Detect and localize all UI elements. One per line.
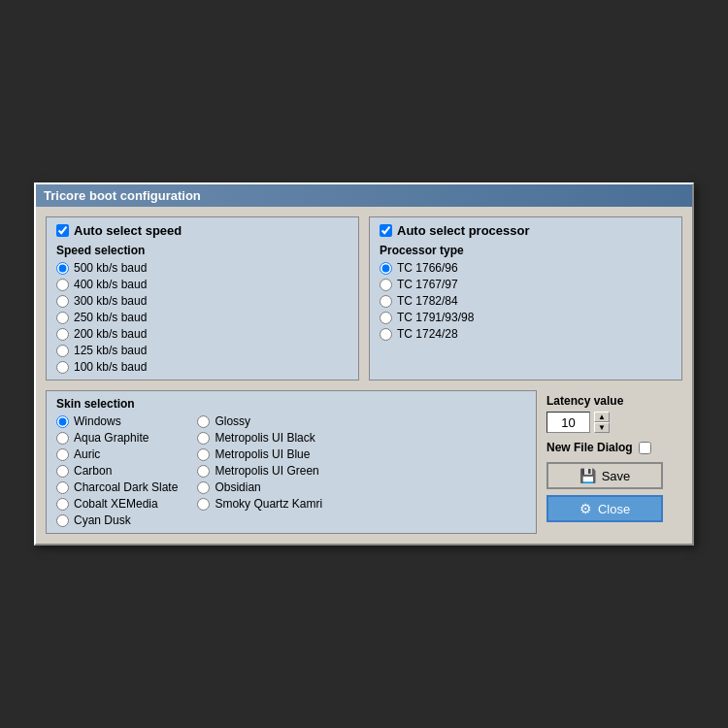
processor-section-label: Processor type bbox=[380, 244, 672, 257]
title-bar: Tricore boot configuration bbox=[36, 184, 692, 207]
proc-option-tc1782[interactable]: TC 1782/84 bbox=[380, 294, 672, 308]
auto-speed-label: Auto select speed bbox=[74, 223, 182, 238]
skin-section-label: Skin selection bbox=[56, 397, 526, 411]
latency-down-button[interactable]: ▼ bbox=[594, 422, 610, 433]
speed-option-125[interactable]: 125 kb/s baud bbox=[56, 344, 348, 357]
skin-col-2: Glossy Metropolis UI Black Metropolis UI… bbox=[197, 414, 322, 527]
speed-option-300[interactable]: 300 kb/s baud bbox=[56, 294, 348, 308]
latency-section: Latency value ▲ ▼ bbox=[546, 394, 623, 433]
new-file-section: New File Dialog bbox=[546, 441, 651, 454]
skin-columns: Windows Aqua Graphite Auric Carbon bbox=[56, 414, 526, 527]
new-file-checkbox[interactable] bbox=[639, 442, 651, 454]
speed-radio-group: 500 kb/s baud 400 kb/s baud 300 kb/s bau… bbox=[56, 261, 348, 374]
skin-auric[interactable]: Auric bbox=[56, 447, 178, 461]
auto-processor-header: Auto select processor bbox=[380, 223, 672, 238]
close-button[interactable]: ⚙ Close bbox=[546, 495, 663, 522]
skin-cyan[interactable]: Cyan Dusk bbox=[56, 513, 178, 527]
skin-metropolis-green[interactable]: Metropolis UI Green bbox=[197, 464, 322, 478]
close-icon: ⚙ bbox=[579, 501, 592, 516]
bottom-section: Skin selection Windows Aqua Graphite bbox=[46, 390, 682, 534]
latency-control: ▲ ▼ bbox=[546, 412, 623, 433]
save-icon: 💾 bbox=[579, 468, 596, 483]
skin-obsidian[interactable]: Obsidian bbox=[197, 480, 322, 494]
speed-section-label: Speed selection bbox=[56, 244, 348, 257]
auto-processor-label: Auto select processor bbox=[397, 223, 530, 238]
skin-charcoal[interactable]: Charcoal Dark Slate bbox=[56, 480, 178, 494]
proc-option-tc1791[interactable]: TC 1791/93/98 bbox=[380, 311, 672, 324]
latency-label: Latency value bbox=[546, 394, 623, 408]
speed-option-250[interactable]: 250 kb/s baud bbox=[56, 311, 348, 324]
action-buttons: 💾 Save ⚙ Close bbox=[546, 462, 682, 522]
skin-panel: Skin selection Windows Aqua Graphite bbox=[46, 390, 537, 534]
skin-smoky[interactable]: Smoky Quartz Kamri bbox=[197, 497, 322, 511]
skin-carbon[interactable]: Carbon bbox=[56, 464, 178, 478]
latency-input[interactable] bbox=[546, 412, 590, 433]
speed-panel: Auto select speed Speed selection 500 kb… bbox=[46, 216, 359, 381]
proc-option-tc1766[interactable]: TC 1766/96 bbox=[380, 261, 672, 275]
skin-cobalt[interactable]: Cobalt XEMedia bbox=[56, 497, 178, 511]
dialog-title: Tricore boot configuration bbox=[44, 188, 201, 203]
top-section: Auto select speed Speed selection 500 kb… bbox=[46, 216, 682, 381]
auto-speed-checkbox[interactable] bbox=[56, 224, 69, 237]
skin-windows[interactable]: Windows bbox=[56, 414, 178, 428]
speed-option-500[interactable]: 500 kb/s baud bbox=[56, 261, 348, 275]
auto-processor-checkbox[interactable] bbox=[380, 224, 392, 237]
tricore-dialog: Tricore boot configuration Auto select s… bbox=[34, 182, 694, 546]
speed-option-400[interactable]: 400 kb/s baud bbox=[56, 278, 348, 291]
skin-metropolis-blue[interactable]: Metropolis UI Blue bbox=[197, 447, 322, 461]
latency-up-button[interactable]: ▲ bbox=[594, 412, 610, 422]
right-panel: Latency value ▲ ▼ New File Dialog bbox=[546, 390, 682, 522]
proc-option-tc1724[interactable]: TC 1724/28 bbox=[380, 327, 672, 341]
speed-option-100[interactable]: 100 kb/s baud bbox=[56, 360, 348, 374]
speed-option-200[interactable]: 200 kb/s baud bbox=[56, 327, 348, 341]
new-file-label: New File Dialog bbox=[546, 441, 633, 454]
processor-panel: Auto select processor Processor type TC … bbox=[369, 216, 682, 381]
save-button[interactable]: 💾 Save bbox=[546, 462, 663, 489]
processor-radio-group: TC 1766/96 TC 1767/97 TC 1782/84 TC 1791… bbox=[380, 261, 672, 341]
skin-aqua[interactable]: Aqua Graphite bbox=[56, 431, 178, 445]
skin-metropolis-black[interactable]: Metropolis UI Black bbox=[197, 431, 322, 445]
skin-col-1: Windows Aqua Graphite Auric Carbon bbox=[56, 414, 178, 527]
skin-glossy[interactable]: Glossy bbox=[197, 414, 322, 428]
proc-option-tc1767[interactable]: TC 1767/97 bbox=[380, 278, 672, 291]
auto-speed-header: Auto select speed bbox=[56, 223, 348, 238]
latency-spinner: ▲ ▼ bbox=[594, 412, 610, 433]
dialog-content: Auto select speed Speed selection 500 kb… bbox=[36, 207, 692, 544]
